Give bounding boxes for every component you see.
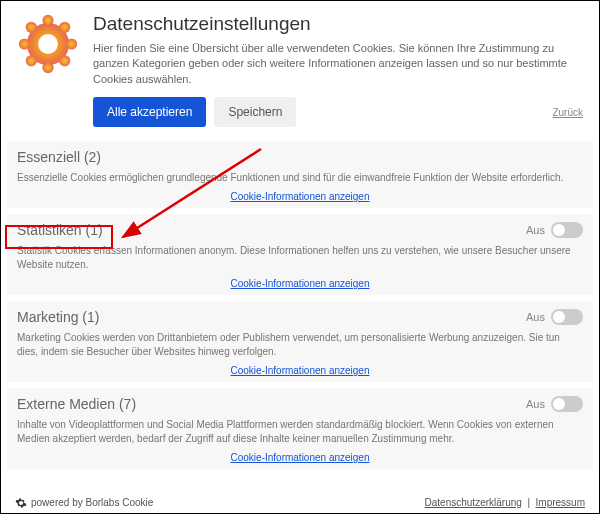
imprint-link[interactable]: Impressum bbox=[536, 497, 585, 508]
svg-point-5 bbox=[26, 22, 37, 33]
category-list: Essenziell (2) Essenzielle Cookies ermög… bbox=[1, 141, 599, 469]
gear-icon bbox=[17, 13, 79, 75]
svg-point-7 bbox=[26, 55, 37, 66]
toggle-state-label: Aus bbox=[526, 398, 545, 410]
svg-point-9 bbox=[38, 34, 58, 54]
category-essential: Essenziell (2) Essenzielle Cookies ermög… bbox=[7, 141, 593, 208]
svg-point-6 bbox=[59, 22, 70, 33]
cookie-info-link[interactable]: Cookie-Informationen anzeigen bbox=[17, 278, 583, 289]
category-title: Statistiken (1) bbox=[17, 222, 103, 238]
category-description: Essenzielle Cookies ermöglichen grundleg… bbox=[17, 171, 583, 185]
dialog-title: Datenschutzeinstellungen bbox=[93, 13, 583, 35]
category-title: Externe Medien (7) bbox=[17, 396, 136, 412]
dialog-description: Hier finden Sie eine Übersicht über alle… bbox=[93, 41, 583, 87]
cookie-info-link[interactable]: Cookie-Informationen anzeigen bbox=[17, 191, 583, 202]
category-description: Inhalte von Videoplattformen und Social … bbox=[17, 418, 583, 446]
brand-logo bbox=[17, 13, 87, 127]
category-statistics: Statistiken (1) Aus Statistik Cookies er… bbox=[7, 214, 593, 295]
dialog-footer: powered by Borlabs Cookie Datenschutzerk… bbox=[1, 495, 599, 509]
svg-point-1 bbox=[42, 15, 53, 26]
back-link[interactable]: Zurück bbox=[552, 107, 583, 118]
marketing-toggle[interactable] bbox=[551, 309, 583, 325]
cookie-info-link[interactable]: Cookie-Informationen anzeigen bbox=[17, 365, 583, 376]
statistics-toggle[interactable] bbox=[551, 222, 583, 238]
category-description: Marketing Cookies werden von Drittanbiet… bbox=[17, 331, 583, 359]
svg-point-4 bbox=[66, 38, 77, 49]
gear-small-icon bbox=[15, 497, 27, 511]
category-marketing: Marketing (1) Aus Marketing Cookies werd… bbox=[7, 301, 593, 382]
category-external-media: Externe Medien (7) Aus Inhalte von Video… bbox=[7, 388, 593, 469]
external-media-toggle[interactable] bbox=[551, 396, 583, 412]
dialog-header: Datenschutzeinstellungen Hier finden Sie… bbox=[1, 1, 599, 135]
toggle-state-label: Aus bbox=[526, 224, 545, 236]
privacy-link[interactable]: Datenschutzerklärung bbox=[425, 497, 522, 508]
category-title: Marketing (1) bbox=[17, 309, 99, 325]
toggle-state-label: Aus bbox=[526, 311, 545, 323]
svg-point-2 bbox=[42, 62, 53, 73]
category-title: Essenziell (2) bbox=[17, 149, 101, 165]
svg-point-8 bbox=[59, 55, 70, 66]
svg-point-3 bbox=[19, 38, 30, 49]
save-button[interactable]: Speichern bbox=[214, 97, 296, 127]
category-description: Statistik Cookies erfassen Informationen… bbox=[17, 244, 583, 272]
accept-all-button[interactable]: Alle akzeptieren bbox=[93, 97, 206, 127]
cookie-info-link[interactable]: Cookie-Informationen anzeigen bbox=[17, 452, 583, 463]
powered-by-label: powered by Borlabs Cookie bbox=[31, 497, 153, 508]
